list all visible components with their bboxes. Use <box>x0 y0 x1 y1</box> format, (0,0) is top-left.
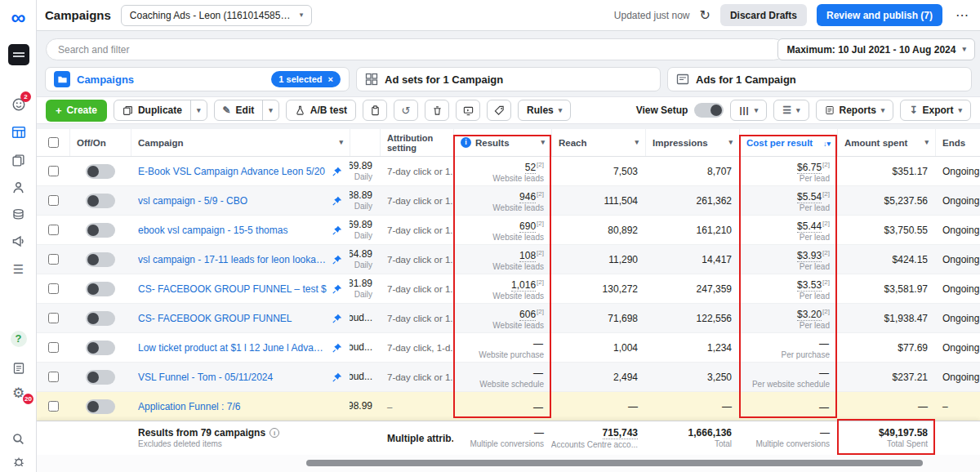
reports-icon <box>825 105 835 115</box>
nav-audiences[interactable] <box>0 176 37 198</box>
nav-ads[interactable] <box>0 230 37 252</box>
nav-pages[interactable] <box>0 149 37 171</box>
preview-button[interactable] <box>456 100 480 121</box>
more-options-icon[interactable]: ⋯ <box>952 7 972 23</box>
clipboard-button[interactable] <box>363 100 387 121</box>
review-publish-button[interactable]: Review and publish (7) <box>817 4 942 26</box>
header-campaign[interactable]: Campaign▾ <box>131 129 350 156</box>
edit-button[interactable]: ✎Edit ▾ <box>214 100 279 121</box>
row-checkbox[interactable] <box>48 372 59 382</box>
cost-per-result-cell: $3.93[2]Per lead <box>739 245 837 274</box>
selected-count-pill[interactable]: 1 selected × <box>271 71 341 87</box>
campaign-link[interactable]: CS- FACEBOOK GROUP FUNNEL <box>138 313 327 324</box>
ab-test-button[interactable]: A/B test <box>286 100 356 121</box>
tab-ads[interactable]: Ads for 1 Campaign <box>667 67 972 91</box>
tag-button[interactable] <box>487 100 511 121</box>
horizontal-scrollbar-thumb[interactable] <box>306 460 923 466</box>
header-budget <box>350 129 380 156</box>
table-row: VSL Funnel - Tom - 05/11/2024 bud... 7-d… <box>37 363 980 392</box>
account-dropdown[interactable]: Coaching Ads - Leon (1161014585643... ▾ <box>121 5 313 26</box>
delete-button[interactable] <box>425 100 449 121</box>
date-range-dropdown[interactable]: Maximum: 10 Jul 2021 - 10 Aug 2024 ▾ <box>777 38 975 60</box>
cost-per-result-cell: $5.54[2]Per lead <box>739 186 837 215</box>
header-cost-per-result[interactable]: Cost per result↓▾ <box>739 129 837 156</box>
campaign-toggle[interactable] <box>86 194 115 208</box>
row-checkbox[interactable] <box>48 313 59 323</box>
ends-cell: Ongoing <box>935 333 980 362</box>
nav-all-tools[interactable]: ☰ <box>0 258 37 279</box>
business-avatar[interactable] <box>0 44 37 65</box>
tab-adsets[interactable]: Ad sets for 1 Campaign <box>356 67 661 91</box>
campaign-toggle[interactable] <box>86 252 115 267</box>
reach-cell: 1,004 <box>551 333 645 362</box>
campaign-toggle[interactable] <box>86 282 115 296</box>
campaign-link[interactable]: Application Funnel : 7/6 <box>138 401 327 412</box>
nav-settings[interactable]: ⚙ 20 <box>0 382 37 403</box>
meta-logo[interactable]: ∞ <box>0 7 37 28</box>
undo-button[interactable]: ↺ <box>394 100 418 121</box>
discard-drafts-button[interactable]: Discard Drafts <box>720 4 807 26</box>
search-input[interactable] <box>58 44 773 56</box>
close-icon[interactable]: × <box>328 74 333 84</box>
campaign-link[interactable]: E-Book VSL Campaign Advance Leon 5/20 <box>138 166 327 177</box>
campaign-toggle[interactable] <box>86 399 115 414</box>
row-checkbox[interactable] <box>48 254 59 265</box>
edit-dropdown[interactable]: ▾ <box>262 100 278 120</box>
table-row: E-Book VSL Campaign Advance Leon 5/20 69… <box>37 157 980 186</box>
row-checkbox[interactable] <box>48 342 59 353</box>
row-checkbox[interactable] <box>48 195 59 206</box>
duplicate-button[interactable]: Duplicate ▾ <box>114 100 207 121</box>
export-button[interactable]: ↧Export▾ <box>900 100 971 121</box>
tab-campaigns[interactable]: Campaigns 1 selected × <box>45 67 350 91</box>
header-results[interactable]: iResults▾ <box>453 129 551 156</box>
select-all-checkbox[interactable] <box>48 137 59 148</box>
campaign-link[interactable]: vsl campaign - 17-11 leads for leon look… <box>138 254 327 265</box>
create-button[interactable]: +Create <box>46 100 107 122</box>
row-checkbox[interactable] <box>48 225 59 235</box>
header-impressions[interactable]: Impressions▾ <box>645 129 739 156</box>
attribution-cell: – <box>380 392 453 421</box>
campaign-toggle[interactable] <box>86 223 115 238</box>
campaign-link[interactable]: CS- FACEBOOK GROUP FUNNEL – test $ <box>138 283 327 295</box>
row-checkbox[interactable] <box>48 401 59 412</box>
duplicate-dropdown[interactable]: ▾ <box>190 100 207 120</box>
nav-help[interactable]: ? <box>0 328 37 350</box>
search-filter-box[interactable] <box>46 38 785 60</box>
reports-button[interactable]: Reports▾ <box>816 100 894 121</box>
header-ends[interactable]: Ends <box>935 129 980 156</box>
nav-search[interactable] <box>0 428 37 449</box>
campaign-toggle[interactable] <box>86 164 115 179</box>
columns-button[interactable]: |||▾ <box>730 100 767 121</box>
plus-icon: + <box>56 105 62 117</box>
row-checkbox[interactable] <box>48 166 59 176</box>
campaign-toggle[interactable] <box>86 311 115 326</box>
campaign-link[interactable]: ebook vsl campaign - 15-5 thomas <box>138 225 327 236</box>
campaign-link[interactable]: VSL Funnel - Tom - 05/11/2024 <box>138 372 327 383</box>
nav-account-overview[interactable]: 2 <box>0 94 37 115</box>
nav-notes[interactable] <box>0 358 37 379</box>
refresh-icon[interactable]: ↻ <box>700 7 710 23</box>
view-setup-toggle[interactable] <box>694 103 724 118</box>
nav-campaigns-active[interactable] <box>0 122 37 143</box>
campaign-toggle[interactable] <box>86 341 115 355</box>
header-amount-spent[interactable]: Amount spent▾ <box>837 129 935 156</box>
top-bar: Campaigns Coaching Ads - Leon (116101458… <box>37 0 980 31</box>
rules-button[interactable]: Rules▾ <box>518 100 571 121</box>
campaign-link[interactable]: vsl campaign - 5/9 - CBO <box>138 195 327 207</box>
nav-report-bug[interactable] <box>0 451 37 472</box>
select-all-cell[interactable] <box>37 129 69 156</box>
trash-icon <box>432 105 443 116</box>
horizontal-scrollbar-track[interactable] <box>37 455 980 472</box>
info-icon: i <box>270 428 279 438</box>
nav-billing[interactable] <box>0 203 37 225</box>
campaign-toggle[interactable] <box>86 370 115 385</box>
budget-cell: 81.89Daily <box>350 274 380 303</box>
ends-cell: Ongoing <box>935 157 980 185</box>
header-attribution[interactable]: Attribution setting <box>380 129 453 156</box>
results-cell: 108[2]Website leads <box>453 245 551 274</box>
campaign-link[interactable]: Low ticket product at $1 l 12 June l Adv… <box>138 342 327 354</box>
row-checkbox[interactable] <box>48 283 59 294</box>
header-reach[interactable]: Reach▾ <box>551 129 645 156</box>
breakdown-button[interactable]: ☰▾ <box>773 100 808 121</box>
tag-icon <box>494 105 505 116</box>
